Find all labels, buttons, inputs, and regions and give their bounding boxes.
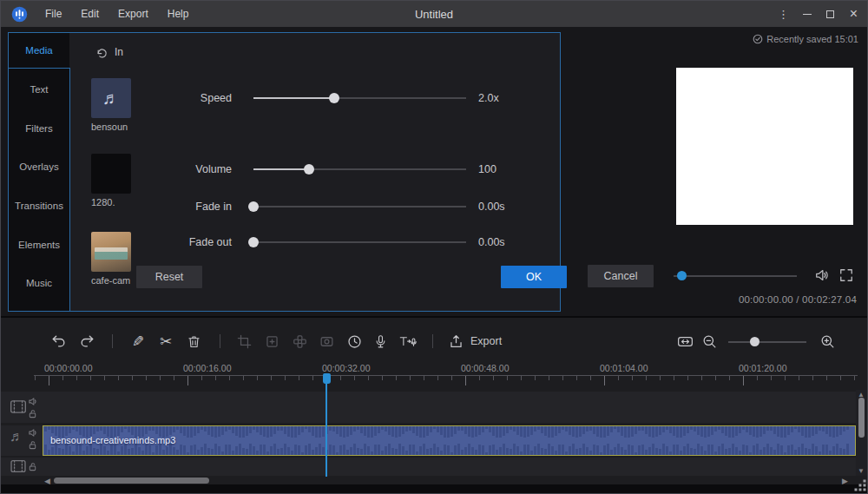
video-track-1[interactable] — [1, 392, 856, 423]
fade-in-slider-handle[interactable] — [248, 201, 259, 212]
volume-slider-handle[interactable] — [304, 164, 314, 175]
music-track-icon: ♬ — [10, 429, 23, 445]
title-bar: File Edit Export Help Untitled ⋮ × — [1, 1, 867, 27]
volume-row: Volume 100 — [9, 159, 560, 180]
fullscreen-icon[interactable] — [838, 267, 855, 284]
filmstrip-icon — [10, 399, 27, 414]
track-mute-icon[interactable] — [28, 397, 37, 406]
volume-value: 100 — [478, 163, 496, 175]
speaker-icon[interactable] — [813, 267, 831, 284]
track-lock-icon[interactable] — [28, 462, 37, 471]
active-tab-outline — [9, 68, 69, 69]
zoom-out-icon[interactable] — [699, 331, 720, 352]
preview-progress-bar[interactable] — [674, 275, 797, 277]
ruler-label: 00:00:48.00 — [461, 363, 509, 373]
preview-screen — [676, 68, 853, 225]
voiceover-mic-button[interactable] — [370, 331, 391, 352]
media-audio-panel: Media Text Filters Overlays Transitions … — [8, 32, 561, 312]
save-status: Recently saved 15:01 — [753, 34, 858, 44]
track-lock-icon[interactable] — [28, 440, 37, 450]
volume-label: Volume — [87, 163, 232, 175]
timeline-ruler[interactable] — [34, 375, 858, 386]
export-button-label[interactable]: Export — [470, 335, 502, 347]
fade-out-slider[interactable] — [253, 241, 466, 243]
close-button[interactable]: × — [842, 1, 865, 27]
ok-button[interactable]: OK — [501, 266, 567, 288]
app-logo-icon — [10, 5, 29, 23]
export-icon[interactable] — [445, 331, 466, 352]
timeline-zoom-slider[interactable] — [728, 341, 806, 343]
sidebar-item-filters[interactable]: Filters — [9, 123, 69, 134]
text-to-speech-button[interactable] — [398, 331, 418, 352]
ruler-label: 00:00:32.00 — [322, 363, 370, 373]
import-icon[interactable] — [95, 47, 108, 60]
vscroll-down-arrow[interactable]: ▼ — [858, 467, 865, 475]
volume-slider[interactable] — [253, 168, 466, 170]
fade-in-row: Fade in 0.00s — [9, 196, 560, 217]
reset-button[interactable]: Reset — [136, 266, 202, 288]
cancel-button[interactable]: Cancel — [588, 265, 654, 287]
playhead-line — [326, 383, 327, 477]
fade-out-row: Fade out 0.00s — [9, 232, 560, 253]
fade-in-slider[interactable] — [253, 206, 466, 207]
crop-button[interactable] — [233, 331, 254, 352]
duration-clock-button[interactable] — [344, 331, 365, 352]
speed-slider-handle[interactable] — [329, 93, 339, 103]
speed-value: 2.0x — [478, 92, 499, 104]
vscroll-thumb[interactable] — [858, 398, 865, 438]
mosaic-button[interactable] — [289, 331, 310, 352]
fade-out-slider-handle[interactable] — [248, 237, 259, 247]
kebab-menu-icon[interactable]: ⋮ — [772, 1, 795, 27]
fade-in-label: Fade in — [87, 201, 232, 213]
toolbar-separator — [220, 334, 220, 348]
ruler-label: 00:01:20.00 — [739, 363, 786, 373]
zoom-in-icon[interactable] — [817, 331, 838, 352]
filmstrip-icon — [10, 459, 27, 473]
resize-grip[interactable] — [854, 479, 866, 491]
edit-pencil-button[interactable]: ✎ — [128, 331, 148, 352]
fit-timeline-icon[interactable] — [674, 331, 695, 352]
speed-label: Speed — [87, 92, 232, 104]
redo-button[interactable] — [76, 331, 97, 352]
media-thumb-label: bensoun — [91, 122, 136, 132]
minimize-button[interactable] — [795, 1, 819, 27]
track-lock-icon[interactable] — [28, 409, 37, 418]
fade-in-value: 0.00s — [478, 201, 505, 213]
menu-file[interactable]: File — [36, 1, 71, 27]
hscroll-thumb[interactable] — [54, 478, 209, 484]
snapshot-button[interactable] — [316, 331, 337, 352]
preview-timecode: 00:00:00.00 / 00:02:27.04 — [739, 294, 857, 305]
toolbar-separator — [432, 334, 433, 348]
speed-row: Speed 2.0x — [9, 88, 560, 109]
freeze-frame-button[interactable] — [261, 331, 282, 352]
timeline-zoom-handle[interactable] — [750, 337, 760, 346]
ruler-label: 00:01:04.00 — [600, 363, 648, 373]
ruler-label: 00:00:16.00 — [183, 363, 231, 373]
import-label[interactable]: In — [115, 46, 123, 58]
bottom-strip — [1, 484, 868, 494]
audio-clip[interactable]: bensound-creativeminds.mp3 — [43, 425, 856, 456]
delete-trash-button[interactable] — [183, 331, 204, 352]
toolbar-separator — [112, 334, 113, 348]
minimize-icon — [803, 14, 812, 15]
check-circle-icon — [753, 34, 763, 44]
preview-progress-handle[interactable] — [677, 271, 687, 280]
sidebar-item-music[interactable]: Music — [9, 278, 69, 288]
menu-help[interactable]: Help — [158, 1, 199, 27]
split-scissors-button[interactable]: ✂ — [155, 331, 176, 352]
menu-export[interactable]: Export — [108, 1, 158, 27]
ruler-label: 00:00:00.00 — [44, 363, 92, 373]
fade-out-value: 0.00s — [478, 236, 505, 248]
maximize-icon — [826, 10, 834, 18]
sidebar-item-media[interactable]: Media — [9, 45, 69, 56]
track-mute-icon[interactable] — [28, 428, 37, 438]
audio-clip-label: bensound-creativeminds.mp3 — [50, 435, 175, 445]
video-track-2[interactable] — [1, 458, 856, 476]
undo-button[interactable] — [49, 331, 69, 352]
maximize-button[interactable] — [819, 1, 842, 27]
media-thumb-label: cafe-cam — [91, 275, 136, 286]
window-controls: ⋮ × — [772, 1, 865, 27]
app-window: File Edit Export Help Untitled ⋮ × Recen… — [0, 0, 868, 494]
speed-slider[interactable] — [253, 97, 466, 99]
menu-edit[interactable]: Edit — [71, 1, 108, 27]
